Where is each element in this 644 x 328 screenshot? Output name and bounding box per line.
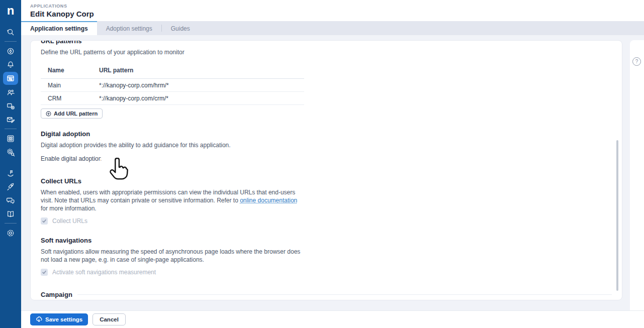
sidebar-item-engage[interactable] (3, 193, 18, 207)
collect-urls-description: When enabled, users with appropriate per… (41, 188, 306, 212)
pattern-name-cell: Main (48, 82, 99, 89)
help-icon[interactable]: ? (632, 57, 641, 66)
page-title: Edit Kanopy Corp (30, 10, 644, 18)
breadcrumb: APPLICATIONS (30, 4, 644, 9)
sidebar-item-alerts[interactable] (3, 58, 18, 71)
soft-navigations-checkbox (41, 269, 48, 276)
users-icon (6, 88, 15, 97)
footer-action-bar: Save settings Cancel (21, 310, 644, 328)
book-icon (6, 209, 15, 218)
chat-icon (6, 196, 15, 205)
sidebar-item-investigations[interactable] (3, 145, 18, 159)
sidebar-item-library[interactable] (3, 132, 18, 145)
tab-adoption-settings[interactable]: Adoption settings (97, 21, 161, 35)
applications-icon (6, 74, 15, 83)
sidebar-item-overview[interactable] (3, 44, 18, 58)
sidebar-divider (5, 41, 17, 42)
rocket-icon (6, 182, 15, 191)
soft-navigations-heading: Soft navigations (41, 237, 612, 244)
tab-application-settings[interactable]: Application settings (21, 21, 97, 35)
toggle-knob (101, 156, 106, 161)
section-divider (77, 294, 612, 295)
url-patterns-description: Define the URL patterns of your applicat… (41, 48, 306, 56)
search-history-icon (6, 28, 15, 37)
sidebar-item-search-history[interactable] (3, 25, 18, 39)
soft-navigations-checkbox-row: Activate soft navigations measurement (41, 269, 612, 276)
search-gear-icon (6, 148, 15, 157)
online-documentation-link[interactable]: online documentation (240, 197, 297, 204)
sidebar-item-documentation[interactable] (3, 207, 18, 221)
sidebar-item-adoption[interactable] (3, 166, 18, 180)
column-header-url-pattern: URL pattern (99, 67, 133, 74)
add-url-pattern-button[interactable]: Add URL pattern (41, 108, 103, 119)
soft-navigations-description: Soft navigations allow measuring the spe… (41, 248, 306, 264)
cancel-button[interactable]: Cancel (93, 313, 126, 325)
help-side-panel: ? (630, 40, 644, 310)
nexthink-logo[interactable]: n (0, 0, 21, 21)
collect-urls-heading: Collect URLs (41, 177, 612, 185)
grid-apps-icon (6, 134, 15, 143)
checkmark-icon (42, 270, 47, 275)
mail-edit-icon (6, 115, 15, 124)
sidebar-item-messages[interactable] (3, 113, 18, 126)
enable-digital-adoption-label: Enable digital adoption (41, 155, 102, 162)
checkmark-icon (42, 218, 47, 224)
pattern-url-cell: *://kanopy-corp.com/hrm/* (99, 82, 169, 89)
plus-circle-icon (46, 111, 51, 117)
sidebar-item-settings[interactable] (3, 226, 18, 240)
campaign-section-header: Campaign (41, 291, 612, 298)
soft-navigations-checkbox-label: Activate soft navigations measurement (52, 269, 156, 276)
compass-icon (6, 47, 15, 56)
url-patterns-table: Name URL pattern Main *://kanopy-corp.co… (41, 65, 304, 105)
bell-icon (6, 60, 15, 69)
sidebar-divider (5, 223, 17, 224)
collect-urls-checkbox-label: Collect URLs (52, 217, 87, 225)
url-patterns-heading: URL patterns (41, 40, 612, 45)
settings-card: URL patterns Define the URL patterns of … (30, 40, 622, 300)
table-row: CRM *://kanopy-corp.com/crm/* (41, 92, 304, 105)
sidebar-item-users[interactable] (3, 85, 18, 99)
tab-guides[interactable]: Guides (162, 21, 199, 35)
connector-icon (6, 101, 15, 111)
collect-urls-checkbox-row: Collect URLs (41, 217, 612, 225)
table-row: Main *://kanopy-corp.com/hrm/* (41, 79, 304, 92)
digital-adoption-heading: Digital adoption (41, 130, 612, 138)
column-header-name: Name (48, 67, 99, 74)
enable-digital-adoption-row: Enable digital adoption (41, 155, 612, 162)
gear-icon (6, 229, 15, 238)
save-settings-label: Save settings (45, 316, 82, 322)
add-url-pattern-label: Add URL pattern (54, 111, 98, 117)
left-navigation-sidebar: n (0, 0, 21, 328)
pattern-url-cell: *://kanopy-corp.com/crm/* (99, 95, 168, 102)
sidebar-item-connectors[interactable] (3, 99, 18, 113)
sidebar-divider (5, 129, 17, 129)
digital-adoption-description: Digital adoption provides the ability to… (41, 141, 306, 149)
adoption-icon (6, 169, 15, 178)
tab-bar: Application settings Adoption settings G… (21, 21, 644, 35)
save-deploy-icon (36, 316, 42, 323)
sidebar-item-applications[interactable] (3, 72, 18, 85)
description-text: for more information. (41, 205, 97, 212)
campaign-heading: Campaign (41, 291, 72, 298)
collect-urls-checkbox (41, 217, 48, 225)
pattern-name-cell: CRM (48, 95, 99, 102)
vertical-scrollbar-thumb[interactable] (616, 140, 618, 291)
save-settings-button[interactable]: Save settings (30, 313, 88, 325)
page-header: APPLICATIONS Edit Kanopy Corp (21, 0, 644, 21)
sidebar-item-launch[interactable] (3, 180, 18, 193)
table-header-row: Name URL pattern (41, 65, 304, 79)
